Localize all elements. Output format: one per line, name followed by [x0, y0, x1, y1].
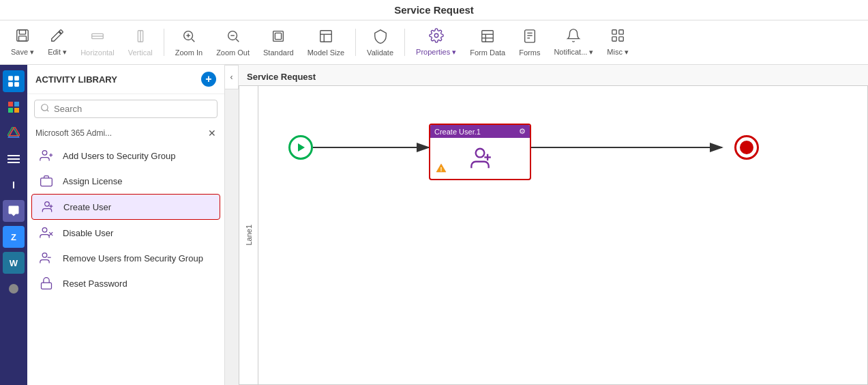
task-gear-icon[interactable]: ⚙	[519, 127, 526, 136]
sidebar-icon-menu[interactable]	[3, 148, 25, 170]
vertical-label: Vertical	[128, 48, 153, 57]
library-item-remove-users-security[interactable]: Remove Users from Security Group	[31, 246, 220, 270]
toolbar: Save ▾ Edit ▾ Horizontal Vertical	[0, 20, 868, 65]
toolbar-zoom-out[interactable]: Zoom Out	[211, 26, 255, 59]
svg-point-64	[476, 149, 485, 158]
reset-password-label: Reset Password	[63, 279, 128, 289]
svg-rect-32	[8, 76, 13, 81]
properties-icon	[429, 28, 444, 46]
library-item-assign-license[interactable]: Assign License	[31, 169, 220, 193]
misc-icon	[610, 28, 625, 46]
library-items-list: Add Users to Security Group Assign Licen…	[27, 143, 224, 385]
svg-point-46	[42, 104, 48, 111]
group-label: Microsoft 365 Admi...	[35, 128, 112, 138]
library-group-header: Microsoft 365 Admi... ✕	[27, 124, 224, 143]
svg-point-48	[42, 151, 47, 156]
notifications-label: Notificat... ▾	[554, 48, 593, 57]
toolbar-vertical[interactable]: Vertical	[123, 26, 158, 59]
sidebar-icon-apps[interactable]	[3, 70, 25, 92]
task-warning-icon: !	[436, 163, 447, 175]
search-input[interactable]	[54, 104, 211, 114]
close-group-icon[interactable]: ✕	[208, 128, 216, 139]
sidebar-icon-wordpress[interactable]: W	[3, 252, 25, 274]
zoom-out-label: Zoom Out	[216, 48, 250, 57]
library-item-disable-user[interactable]: Disable User	[31, 220, 220, 245]
save-icon	[15, 28, 30, 46]
toolbar-save[interactable]: Save ▾	[5, 25, 40, 59]
search-icon	[40, 103, 50, 115]
form-data-icon	[480, 29, 495, 47]
toolbar-edit[interactable]: Edit ▾	[42, 25, 72, 59]
add-activity-button[interactable]: +	[201, 72, 216, 87]
standard-icon	[271, 29, 286, 47]
zoom-out-icon	[226, 29, 241, 47]
svg-rect-30	[612, 37, 616, 41]
side-icons-panel: I Z W	[0, 65, 27, 385]
canvas-area: Service Request Lane1	[239, 65, 868, 385]
toolbar-standard[interactable]: Standard	[258, 26, 299, 59]
misc-label: Misc ▾	[607, 48, 629, 57]
toolbar-properties[interactable]: Properties ▾	[410, 25, 462, 59]
library-header: ACTIVITY LIBRARY +	[27, 65, 224, 94]
sidebar-icon-chat[interactable]	[3, 200, 25, 222]
svg-line-12	[236, 39, 239, 42]
svg-rect-38	[8, 108, 13, 113]
end-event[interactable]	[734, 135, 759, 160]
horizontal-icon	[90, 29, 105, 47]
svg-line-47	[47, 110, 49, 112]
library-item-add-users-security[interactable]: Add Users to Security Group	[31, 143, 220, 168]
validate-label: Validate	[367, 48, 393, 57]
remove-users-security-label: Remove Users from Security Group	[63, 253, 203, 263]
svg-rect-2	[19, 36, 27, 41]
assign-license-label: Assign License	[63, 176, 122, 186]
separator-1	[164, 29, 164, 56]
sidebar-icon-office[interactable]	[3, 96, 25, 118]
toolbar-form-data[interactable]: Form Data	[464, 26, 511, 59]
library-title: ACTIVITY LIBRARY	[35, 74, 117, 85]
remove-users-icon	[40, 251, 56, 265]
collapse-library-button[interactable]: ‹	[225, 65, 239, 89]
form-data-label: Form Data	[470, 48, 505, 57]
canvas-container[interactable]: Lane1	[239, 85, 868, 385]
main-layout: I Z W ACTIVITY LIBRARY + M	[0, 65, 868, 385]
toolbar-validate[interactable]: Validate	[361, 26, 399, 59]
notifications-icon	[566, 28, 581, 46]
separator-3	[404, 29, 405, 56]
svg-rect-33	[14, 76, 19, 81]
lane-label: Lane1	[245, 225, 253, 246]
model-size-icon	[318, 29, 333, 47]
svg-rect-60	[42, 283, 52, 289]
toolbar-horizontal[interactable]: Horizontal	[75, 26, 120, 59]
svg-point-58	[42, 253, 47, 258]
svg-rect-51	[41, 178, 53, 186]
start-event[interactable]	[288, 135, 313, 160]
svg-rect-24	[524, 29, 535, 42]
svg-rect-15	[275, 33, 282, 39]
task-node-create-user[interactable]: Create User.1 ⚙	[429, 124, 531, 180]
toolbar-model-size[interactable]: Model Size	[302, 26, 350, 59]
library-item-create-user[interactable]: Create User	[31, 194, 220, 220]
header-bar: Service Request	[0, 0, 868, 20]
add-users-icon	[40, 149, 56, 162]
toolbar-zoom-in[interactable]: Zoom In	[170, 26, 208, 59]
activity-library-panel: ACTIVITY LIBRARY + Microsoft 365 Admi...…	[27, 65, 225, 385]
sidebar-icon-settings[interactable]	[3, 278, 25, 300]
svg-text:!: !	[440, 166, 443, 173]
svg-rect-36	[8, 102, 13, 106]
flow-svg	[258, 86, 867, 384]
sidebar-icon-drive[interactable]	[3, 122, 25, 144]
reset-password-icon	[40, 276, 56, 290]
validate-icon	[373, 29, 388, 47]
toolbar-notifications[interactable]: Notificat... ▾	[548, 25, 599, 59]
toolbar-forms[interactable]: Forms	[513, 26, 545, 59]
search-box[interactable]	[34, 100, 218, 118]
toolbar-misc[interactable]: Misc ▾	[601, 25, 634, 59]
library-item-reset-password[interactable]: Reset Password	[31, 271, 220, 296]
sidebar-icon-zoom[interactable]: Z	[3, 226, 25, 248]
sidebar-icon-indicator[interactable]: I	[3, 174, 25, 196]
page-title: Service Request	[394, 4, 474, 16]
svg-rect-1	[19, 30, 25, 34]
svg-rect-28	[612, 30, 616, 34]
edit-icon	[50, 28, 65, 46]
svg-point-55	[42, 228, 47, 233]
